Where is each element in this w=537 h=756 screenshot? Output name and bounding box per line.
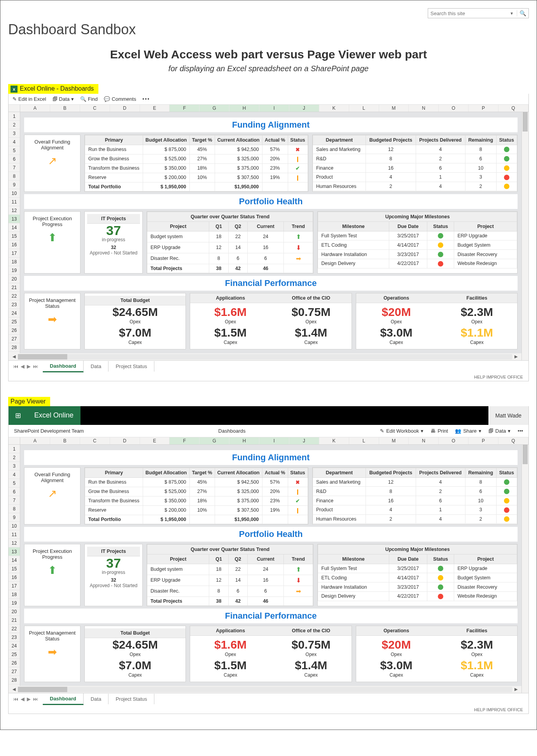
row-header[interactable]: 18 xyxy=(9,258,20,266)
row-header[interactable]: 13 xyxy=(9,215,20,223)
col-header[interactable]: M xyxy=(379,105,409,112)
col-header[interactable]: M xyxy=(379,437,409,444)
row-header[interactable]: 21 xyxy=(9,283,20,292)
col-header[interactable]: B xyxy=(50,437,80,444)
row-header[interactable]: 26 xyxy=(9,326,20,335)
row-header[interactable]: 9 xyxy=(9,181,20,189)
col-header[interactable]: B xyxy=(50,105,80,112)
sheet-tab[interactable]: Dashboard xyxy=(43,693,84,705)
col-header[interactable]: H xyxy=(229,437,259,444)
col-header[interactable]: E xyxy=(140,437,170,444)
status-bar[interactable]: HELP IMPROVE OFFICE xyxy=(9,373,528,381)
sheet-tab[interactable]: Data xyxy=(84,361,108,372)
more-button[interactable]: ••• xyxy=(518,428,523,434)
col-header[interactable]: C xyxy=(80,105,110,112)
row-header[interactable]: 21 xyxy=(9,616,20,624)
row-header[interactable]: 27 xyxy=(9,667,20,676)
sheet-tab[interactable]: Dashboard xyxy=(43,361,84,372)
share-button[interactable]: 👥 Share ▾ xyxy=(455,428,481,434)
row-header[interactable]: 15 xyxy=(9,565,20,573)
col-header[interactable]: L xyxy=(349,105,379,112)
sheet-tab[interactable]: Data xyxy=(84,694,108,704)
row-header[interactable]: 7 xyxy=(9,163,20,172)
sheet-tab[interactable]: Project Status xyxy=(108,694,154,704)
col-header[interactable]: I xyxy=(259,437,289,444)
col-header[interactable]: G xyxy=(199,105,229,112)
tab-first-icon[interactable]: ⏮ xyxy=(13,363,18,369)
row-header[interactable]: 22 xyxy=(9,292,20,300)
row-header[interactable]: 28 xyxy=(9,343,20,352)
status-bar[interactable]: HELP IMPROVE OFFICE xyxy=(9,706,528,714)
tab-next-icon[interactable]: ▶ xyxy=(27,363,31,369)
row-header[interactable]: 5 xyxy=(9,479,20,488)
row-header[interactable]: 10 xyxy=(9,522,20,530)
col-header[interactable]: A xyxy=(20,105,50,112)
row-header[interactable]: 5 xyxy=(9,146,20,155)
row-header[interactable]: 25 xyxy=(9,650,20,659)
row-header[interactable]: 9 xyxy=(9,513,20,522)
tab-next-icon[interactable]: ▶ xyxy=(27,696,31,702)
col-header[interactable]: F xyxy=(170,105,199,112)
row-header[interactable]: 3 xyxy=(9,462,20,470)
sheet-tab[interactable]: Project Status xyxy=(108,361,154,372)
search-icon[interactable]: 🔍 xyxy=(517,10,526,16)
row-header[interactable]: 19 xyxy=(9,266,20,275)
row-header[interactable]: 13 xyxy=(9,547,20,556)
site-search[interactable]: ▼ 🔍 xyxy=(428,8,529,18)
row-header[interactable]: 23 xyxy=(9,633,20,642)
horizontal-scrollbar[interactable]: ◀▶ xyxy=(9,686,521,693)
row-header[interactable]: 26 xyxy=(9,659,20,667)
row-header[interactable]: 6 xyxy=(9,155,20,163)
more-button[interactable]: ••• xyxy=(142,96,150,102)
tab-first-icon[interactable]: ⏮ xyxy=(13,696,18,702)
row-header[interactable]: 4 xyxy=(9,138,20,146)
col-header[interactable]: L xyxy=(349,437,379,444)
row-header[interactable]: 15 xyxy=(9,232,20,240)
chevron-down-icon[interactable]: ▼ xyxy=(508,11,515,16)
col-header[interactable]: E xyxy=(140,105,170,112)
edit-in-excel-button[interactable]: ✎ Edit in Excel xyxy=(12,96,46,102)
vertical-scrollbar[interactable] xyxy=(521,112,528,360)
spreadsheet-canvas[interactable]: Funding Alignment Overall Funding Alignm… xyxy=(20,445,521,686)
row-header[interactable]: 24 xyxy=(9,642,20,650)
col-header[interactable]: J xyxy=(289,437,319,444)
row-header[interactable]: 20 xyxy=(9,607,20,616)
row-header[interactable]: 20 xyxy=(9,275,20,283)
tab-last-icon[interactable]: ⏭ xyxy=(33,696,38,702)
comments-button[interactable]: 💬 Comments xyxy=(104,96,136,102)
col-header[interactable]: K xyxy=(319,105,349,112)
col-header[interactable]: G xyxy=(199,437,229,444)
col-header[interactable]: P xyxy=(469,105,499,112)
row-header[interactable]: 1 xyxy=(9,445,20,453)
row-header[interactable]: 18 xyxy=(9,590,20,599)
col-header[interactable]: I xyxy=(259,105,289,112)
row-header[interactable]: 1 xyxy=(9,112,20,121)
row-header[interactable]: 17 xyxy=(9,582,20,590)
col-header[interactable]: A xyxy=(20,437,50,444)
search-input[interactable] xyxy=(430,11,508,16)
edit-workbook-button[interactable]: ✎ Edit Workbook ▾ xyxy=(380,428,423,434)
row-header[interactable]: 25 xyxy=(9,317,20,326)
tab-prev-icon[interactable]: ◀ xyxy=(21,363,24,369)
row-header[interactable]: 17 xyxy=(9,249,20,258)
row-header[interactable]: 23 xyxy=(9,300,20,309)
col-header[interactable]: K xyxy=(319,437,349,444)
row-header[interactable]: 10 xyxy=(9,189,20,198)
col-header[interactable]: O xyxy=(439,437,469,444)
col-header[interactable]: O xyxy=(439,105,469,112)
row-header[interactable]: 11 xyxy=(9,530,20,539)
row-header[interactable]: 12 xyxy=(9,206,20,215)
col-header[interactable]: C xyxy=(80,437,110,444)
find-button[interactable]: 🔍 Find xyxy=(80,96,98,102)
row-header[interactable]: 6 xyxy=(9,488,20,496)
tab-prev-icon[interactable]: ◀ xyxy=(21,696,24,702)
row-header[interactable]: 28 xyxy=(9,676,20,684)
row-header[interactable]: 3 xyxy=(9,129,20,138)
print-button[interactable]: 🖶 Print xyxy=(430,428,448,434)
row-header[interactable]: 2 xyxy=(9,453,20,462)
col-header[interactable]: J xyxy=(289,105,319,112)
row-header[interactable]: 11 xyxy=(9,198,20,206)
row-header[interactable]: 27 xyxy=(9,335,20,343)
row-header[interactable]: 22 xyxy=(9,624,20,633)
row-header[interactable]: 7 xyxy=(9,496,20,505)
